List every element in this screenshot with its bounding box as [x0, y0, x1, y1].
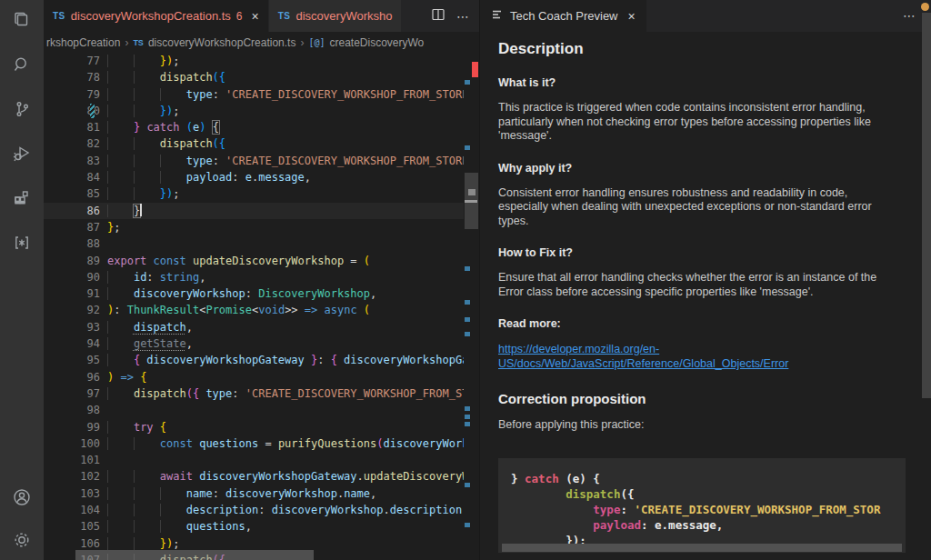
search-icon[interactable] [11, 54, 33, 75]
code-editor[interactable]: 77 });78 dispatch({79 type: 'CREATE_DISC… [44, 53, 479, 560]
panel-tab-label: Tech Coach Preview [510, 9, 618, 23]
vscode-window: TS discoveryWorkshopCreation.ts 6 × TS d… [0, 0, 931, 560]
activity-bar [0, 0, 44, 560]
line-number: 88 [44, 235, 100, 252]
section-heading: Why apply it? [498, 162, 913, 175]
line-number: 79 [44, 86, 100, 103]
line-number: 83 [44, 153, 100, 169]
panel-more-actions-icon[interactable]: ⋯ [903, 8, 916, 23]
code-line: 77 }); [44, 53, 464, 69]
breadcrumb-item[interactable]: discoveryWorkshopCreation.ts [148, 36, 296, 49]
code-line: 92): ThunkResult<Promise<void>> => async… [44, 302, 464, 318]
code-line: 91 discoveryWorkshop: DiscoveryWorkshop, [44, 285, 464, 302]
ts-file-icon: TS [53, 11, 65, 21]
overview-info-marker [465, 300, 470, 305]
tab-problems-badge: 6 [236, 10, 243, 23]
code-line: 81 } catch (e) { [44, 119, 464, 135]
line-number: 104 [44, 502, 100, 518]
overview-info-marker [465, 523, 470, 527]
line-number: 105 [44, 518, 100, 535]
extensions-icon[interactable] [11, 187, 33, 209]
tab-tech-coach-preview[interactable]: Tech Coach Preview × [480, 0, 646, 32]
code-line: 87}; [44, 219, 464, 235]
overview-info-marker [465, 406, 470, 411]
read-more-heading: Read more: [498, 317, 913, 330]
code-line: 100 const questions = purifyQuestions(di… [44, 435, 464, 452]
line-number: 96 [44, 369, 100, 385]
tab-label: discoveryWorksho [296, 9, 393, 23]
bracket-tool-icon[interactable] [11, 232, 33, 254]
explorer-icon[interactable] [11, 9, 33, 31]
code-line: 90 id: string, [44, 269, 464, 285]
line-number: 94 [44, 335, 100, 352]
tab-discoveryWorkshop-2[interactable]: TS discoveryWorksho [268, 0, 402, 32]
accounts-icon[interactable] [11, 486, 33, 508]
code-line: 79 type: 'CREATE_DISCOVERY_WORKSHOP_FROM… [44, 86, 464, 103]
overview-info-marker [465, 145, 470, 150]
more-actions-icon[interactable]: ⋯ [456, 9, 470, 24]
code-line: 95 { discoveryWorkshopGateway }: { disco… [44, 352, 464, 368]
breadcrumb-separator: › [125, 36, 128, 49]
overview-info-marker [465, 483, 470, 487]
code-line: 82 dispatch({ [44, 135, 464, 152]
line-number: 95 [44, 352, 100, 368]
code-line: 83 type: 'CREATE_DISCOVERY_WORKSHOP_FROM… [44, 153, 464, 169]
editor-tab-bar: TS discoveryWorkshopCreation.ts 6 × TS d… [44, 0, 479, 32]
panel-scrollbar[interactable] [922, 13, 931, 398]
line-number: 89 [44, 253, 100, 269]
section-body: This practice is triggered when code con… [498, 101, 913, 144]
overview-info-marker [465, 80, 470, 85]
breadcrumb-item[interactable]: rkshopCreation [46, 36, 120, 49]
activity-bar-bottom [0, 486, 44, 551]
correction-code-line: } catch (e) { [511, 471, 906, 486]
run-debug-icon[interactable] [11, 143, 33, 165]
text-cursor [140, 204, 142, 216]
section-body: Ensure that all error handling checks wh… [498, 271, 913, 299]
horizontal-scrollbar[interactable] [75, 550, 314, 560]
code-line: 98 [44, 402, 464, 418]
code-line: 99 try { [44, 419, 464, 435]
code-line: 78 dispatch({ [44, 69, 464, 85]
code-line: 85 }); [44, 185, 464, 202]
correction-code-line: payload: e.message, [511, 517, 906, 533]
line-number: 85 [44, 185, 100, 202]
tab-label: discoveryWorkshopCreation.ts [71, 9, 231, 23]
vertical-scrollbar-thumb[interactable] [465, 173, 478, 229]
code-line: 93 dispatch, [44, 319, 464, 335]
line-number: 84 [44, 169, 100, 185]
gear-icon[interactable] [11, 529, 33, 551]
source-control-icon[interactable] [11, 98, 33, 120]
code-line: 96) => { [44, 369, 464, 385]
tech-coach-panel: Tech Coach Preview × ⋯ Description What … [479, 0, 931, 560]
code-line: 84 payload: e.message, [44, 169, 464, 185]
activity-bar-top [0, 9, 44, 254]
code-line: 103 name: discoveryWorkshop.name, [44, 485, 464, 502]
line-number: 93 [44, 319, 100, 335]
correction-code-line: dispatch({ [511, 486, 906, 502]
overview-error-marker [472, 62, 478, 77]
line-number: 102 [44, 468, 100, 485]
code-line: 105 questions, [44, 518, 464, 535]
split-editor-icon[interactable] [431, 7, 445, 25]
line-number: 103 [44, 485, 100, 502]
line-number: 92 [44, 302, 100, 318]
code-block-scrollbar[interactable] [502, 544, 902, 552]
ts-file-icon: TS [133, 38, 144, 47]
ts-file-icon: TS [278, 11, 291, 21]
panel-tab-bar: Tech Coach Preview × [480, 0, 931, 32]
overview-info-marker [465, 317, 470, 322]
symbol-method-icon: [@] [308, 37, 325, 47]
panel-title: Description [498, 40, 913, 58]
overview-info-marker [465, 266, 470, 271]
line-number: 99 [44, 419, 100, 435]
tab-close-icon[interactable]: × [252, 9, 259, 24]
line-number: 97 [44, 385, 100, 402]
editor-actions: ⋯ [422, 0, 479, 32]
mdn-error-link[interactable]: https://developer.mozilla.org/en- US/doc… [498, 342, 788, 371]
line-number: 98 [44, 402, 100, 418]
breadcrumb-item[interactable]: createDiscoveryWo [329, 36, 424, 49]
line-number: 82 [44, 135, 100, 152]
tab-discoveryWorkshopCreation[interactable]: TS discoveryWorkshopCreation.ts 6 × [44, 0, 268, 32]
code-line: 101 [44, 452, 464, 468]
panel-tab-close-icon[interactable]: × [628, 9, 636, 24]
